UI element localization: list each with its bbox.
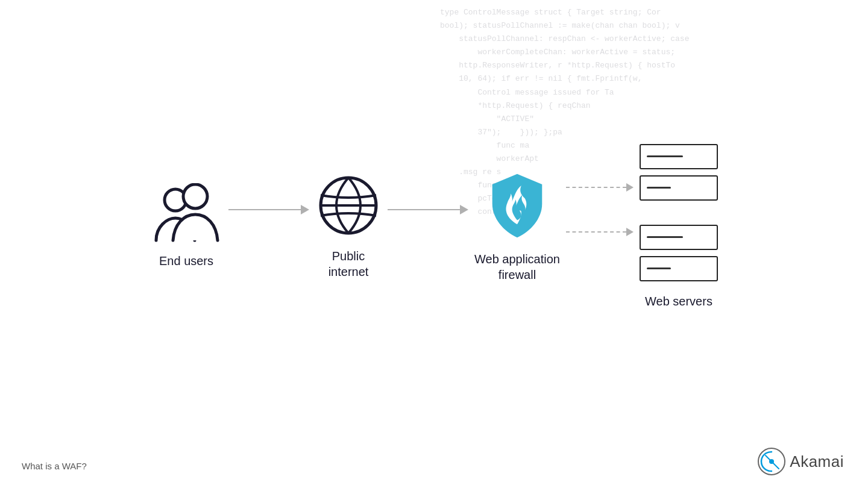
diagram-container: End users Public internet (0, 0, 868, 488)
server-line-2a (647, 187, 671, 189)
server-icon-2 (640, 175, 718, 201)
dashed-arrow-top (566, 183, 634, 192)
arrow-line-1 (228, 209, 301, 210)
server-line-1a (647, 155, 683, 157)
what-is-waf-label: What is a WAF? (22, 461, 87, 471)
web-servers-group: Web servers (640, 144, 718, 308)
dashed-line-2 (566, 231, 626, 233)
waf-node: Web application firewall (474, 169, 560, 283)
dashed-arrow-bottom (566, 228, 634, 236)
end-users-node: End users (150, 183, 222, 269)
diagram-inner: End users Public internet (150, 144, 718, 308)
server-icon-3 (640, 225, 718, 250)
dashed-line-1 (566, 187, 626, 188)
dashed-arrowhead-2 (626, 228, 634, 236)
server-line-4a (647, 267, 671, 269)
users-icon (150, 183, 222, 243)
arrow-head-1 (301, 205, 309, 214)
akamai-logo: Akamai (757, 447, 844, 476)
server-icon-1 (640, 144, 718, 169)
public-internet-node: Public internet (315, 172, 382, 280)
svg-point-4 (769, 459, 774, 464)
waf-label: Web application firewall (474, 251, 560, 283)
dashed-arrowhead-1 (626, 183, 634, 192)
akamai-circle-icon (757, 447, 786, 476)
globe-icon (315, 172, 382, 239)
arrow-line-2 (388, 209, 460, 210)
dashed-arrows-container (566, 183, 634, 236)
svg-point-1 (183, 184, 207, 208)
server-line-3a (647, 236, 683, 238)
arrow-users-to-internet (228, 205, 309, 214)
akamai-text: Akamai (790, 452, 844, 471)
waf-icon (484, 169, 550, 242)
akamai-logo-container: Akamai (757, 447, 844, 476)
bottom-left-text: What is a WAF? (22, 461, 87, 471)
arrow-internet-to-waf (388, 205, 468, 214)
arrow-head-2 (460, 205, 468, 214)
servers-stack (640, 144, 718, 281)
web-servers-label: Web servers (645, 295, 712, 308)
public-internet-label: Public internet (329, 248, 369, 280)
end-users-label: End users (159, 253, 213, 269)
server-icon-4 (640, 256, 718, 281)
